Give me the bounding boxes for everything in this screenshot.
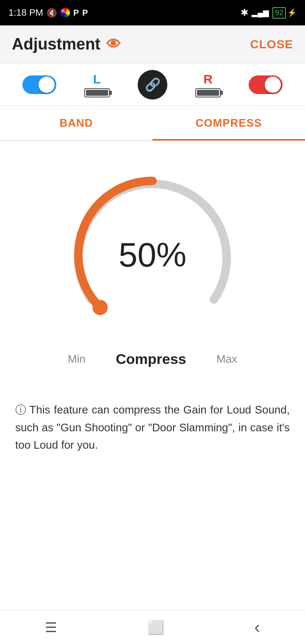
eye-icon: 👁 xyxy=(106,36,121,53)
home-nav-icon[interactable]: ⬜ xyxy=(147,619,164,636)
page-title: Adjustment xyxy=(12,35,100,53)
left-ear-label: L xyxy=(93,72,101,86)
dial-value: 50% xyxy=(119,238,186,272)
bottom-nav: ☰ ⬜ ‹ xyxy=(0,610,305,644)
tab-compress[interactable]: COMPRESS xyxy=(152,106,305,140)
right-battery-indicator xyxy=(195,88,221,97)
dial-center: 50% xyxy=(119,238,186,272)
p-icon-1: P xyxy=(73,8,79,18)
back-nav-icon[interactable]: ‹ xyxy=(254,618,260,637)
right-toggle-thumb xyxy=(265,77,281,93)
dial-handle xyxy=(92,300,108,315)
p-icon-2: P xyxy=(82,8,88,18)
header-title-group: Adjustment 👁 xyxy=(12,35,121,53)
halo-icon xyxy=(61,8,70,17)
header: Adjustment 👁 CLOSE xyxy=(0,25,305,64)
link-icon: 🔗 xyxy=(145,77,161,92)
time-display: 1:18 PM xyxy=(8,7,43,18)
info-text-content: This feature can compress the Gain for L… xyxy=(15,403,290,451)
dial-wrapper[interactable]: 50% xyxy=(64,166,241,344)
tab-compress-label: COMPRESS xyxy=(196,117,262,130)
info-text: ⓘThis feature can compress the Gain for … xyxy=(15,401,290,454)
left-battery-level xyxy=(86,90,108,96)
tab-bar: BAND COMPRESS xyxy=(0,106,305,141)
menu-nav-icon[interactable]: ☰ xyxy=(45,619,57,636)
left-power-toggle[interactable] xyxy=(22,75,56,94)
dial-center-label: Compress xyxy=(116,351,186,367)
info-section: ⓘThis feature can compress the Gain for … xyxy=(0,384,305,471)
battery-level-text: 92 xyxy=(272,7,286,19)
left-ear-device: L xyxy=(84,72,110,97)
status-bar: 1:18 PM 🔇 P P ✱ ▂▄▆ 92 ⚡ xyxy=(0,0,305,25)
dial-max-label: Max xyxy=(216,353,237,366)
left-toggle-thumb xyxy=(39,77,55,93)
tab-band-label: BAND xyxy=(59,117,93,130)
charging-icon: ⚡ xyxy=(287,8,297,17)
link-button[interactable]: 🔗 xyxy=(138,70,167,100)
device-row: L 🔗 R xyxy=(0,64,305,106)
right-power-toggle[interactable] xyxy=(249,75,283,94)
status-left: 1:18 PM 🔇 P P xyxy=(8,7,88,18)
mute-icon: 🔇 xyxy=(47,8,57,18)
signal-icon: ▂▄▆ xyxy=(252,8,269,17)
battery-display: 92 ⚡ xyxy=(272,7,297,19)
bluetooth-icon: ✱ xyxy=(241,7,248,18)
dial-container: 50% Min Compress Max xyxy=(0,141,305,384)
close-button[interactable]: CLOSE xyxy=(250,38,293,51)
tab-band[interactable]: BAND xyxy=(0,106,152,140)
dial-min-label: Min xyxy=(68,353,86,366)
status-right: ✱ ▂▄▆ 92 ⚡ xyxy=(241,7,297,19)
right-battery-level xyxy=(197,90,219,96)
right-ear-device: R xyxy=(195,72,221,97)
dial-labels: Min Compress Max xyxy=(64,351,241,367)
info-icon: ⓘ xyxy=(15,403,27,416)
right-ear-label: R xyxy=(203,72,213,86)
left-battery-indicator xyxy=(84,88,110,97)
